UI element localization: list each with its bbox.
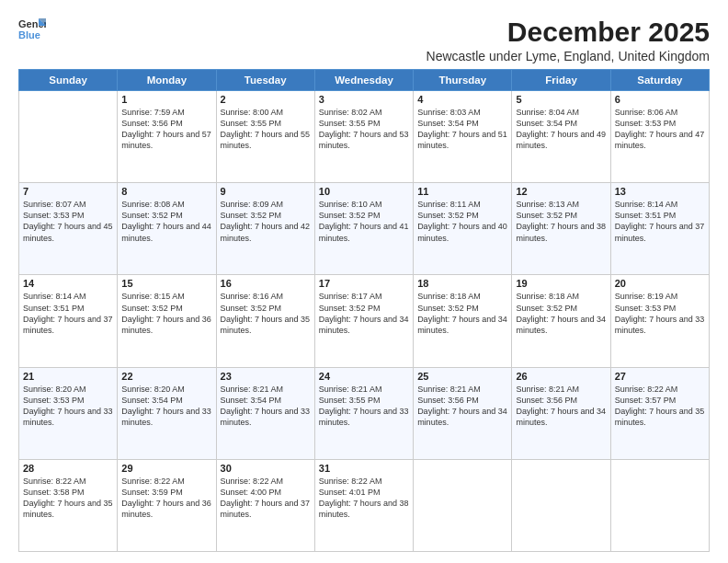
calendar-week-row: 1 Sunrise: 7:59 AM Sunset: 3:56 PM Dayli… xyxy=(19,91,710,183)
daylight-text: Daylight: 7 hours and 34 minutes. xyxy=(516,406,606,428)
daylight-text: Daylight: 7 hours and 33 minutes. xyxy=(23,406,113,428)
sunset-text: Sunset: 3:53 PM xyxy=(615,118,705,129)
daylight-text: Daylight: 7 hours and 33 minutes. xyxy=(121,406,211,428)
sunrise-text: Sunrise: 8:16 AM xyxy=(221,291,311,302)
day-number: 18 xyxy=(417,278,507,289)
cell-info: Sunrise: 8:04 AM Sunset: 3:54 PM Dayligh… xyxy=(516,107,606,152)
day-number: 13 xyxy=(615,186,705,197)
calendar-header-row: Sunday Monday Tuesday Wednesday Thursday… xyxy=(19,70,710,91)
day-number: 11 xyxy=(417,186,507,197)
cell-info: Sunrise: 8:02 AM Sunset: 3:55 PM Dayligh… xyxy=(319,107,409,152)
daylight-text: Daylight: 7 hours and 47 minutes. xyxy=(615,129,705,151)
day-number: 25 xyxy=(417,371,507,382)
calendar-cell: 16 Sunrise: 8:16 AM Sunset: 3:52 PM Dayl… xyxy=(216,275,314,367)
daylight-text: Daylight: 7 hours and 49 minutes. xyxy=(516,129,606,151)
cell-info: Sunrise: 8:15 AM Sunset: 3:52 PM Dayligh… xyxy=(121,291,211,336)
daylight-text: Daylight: 7 hours and 57 minutes. xyxy=(121,129,211,151)
calendar-cell: 13 Sunrise: 8:14 AM Sunset: 3:51 PM Dayl… xyxy=(610,183,709,275)
calendar-cell: 1 Sunrise: 7:59 AM Sunset: 3:56 PM Dayli… xyxy=(118,91,216,183)
calendar-cell: 17 Sunrise: 8:17 AM Sunset: 3:52 PM Dayl… xyxy=(314,275,413,367)
calendar-cell: 26 Sunrise: 8:21 AM Sunset: 3:56 PM Dayl… xyxy=(512,367,610,459)
day-number: 7 xyxy=(23,186,113,197)
day-number: 28 xyxy=(23,463,113,474)
calendar-week-row: 21 Sunrise: 8:20 AM Sunset: 3:53 PM Dayl… xyxy=(19,367,710,459)
daylight-text: Daylight: 7 hours and 55 minutes. xyxy=(221,129,311,151)
cell-info: Sunrise: 8:10 AM Sunset: 3:52 PM Dayligh… xyxy=(319,199,409,244)
sunrise-text: Sunrise: 8:02 AM xyxy=(319,107,409,118)
location-title: Newcastle under Lyme, England, United Ki… xyxy=(427,49,710,63)
calendar-cell xyxy=(512,459,610,551)
daylight-text: Daylight: 7 hours and 33 minutes. xyxy=(319,406,409,428)
day-number: 19 xyxy=(516,278,606,289)
day-number: 6 xyxy=(615,94,705,105)
sunrise-text: Sunrise: 8:00 AM xyxy=(221,107,311,118)
col-saturday: Saturday xyxy=(610,70,709,91)
calendar-cell: 11 Sunrise: 8:11 AM Sunset: 3:52 PM Dayl… xyxy=(414,183,512,275)
day-number: 26 xyxy=(516,371,606,382)
sunrise-text: Sunrise: 8:20 AM xyxy=(121,384,211,395)
daylight-text: Daylight: 7 hours and 34 minutes. xyxy=(516,314,606,336)
cell-info: Sunrise: 8:11 AM Sunset: 3:52 PM Dayligh… xyxy=(417,199,507,244)
calendar-cell: 22 Sunrise: 8:20 AM Sunset: 3:54 PM Dayl… xyxy=(118,367,216,459)
sunrise-text: Sunrise: 8:15 AM xyxy=(121,291,211,302)
cell-info: Sunrise: 8:21 AM Sunset: 3:56 PM Dayligh… xyxy=(516,384,606,429)
daylight-text: Daylight: 7 hours and 42 minutes. xyxy=(221,221,311,243)
cell-info: Sunrise: 8:08 AM Sunset: 3:52 PM Dayligh… xyxy=(121,199,211,244)
sunrise-text: Sunrise: 8:13 AM xyxy=(516,199,606,210)
sunrise-text: Sunrise: 8:18 AM xyxy=(417,291,507,302)
sunset-text: Sunset: 3:54 PM xyxy=(221,395,311,406)
sunset-text: Sunset: 3:52 PM xyxy=(221,303,311,314)
day-number: 2 xyxy=(221,94,311,105)
sunrise-text: Sunrise: 8:18 AM xyxy=(516,291,606,302)
daylight-text: Daylight: 7 hours and 37 minutes. xyxy=(615,221,705,243)
calendar-cell: 12 Sunrise: 8:13 AM Sunset: 3:52 PM Dayl… xyxy=(512,183,610,275)
day-number: 4 xyxy=(417,94,507,105)
cell-info: Sunrise: 8:16 AM Sunset: 3:52 PM Dayligh… xyxy=(221,291,311,336)
cell-info: Sunrise: 8:06 AM Sunset: 3:53 PM Dayligh… xyxy=(615,107,705,152)
sunrise-text: Sunrise: 8:21 AM xyxy=(516,384,606,395)
col-sunday: Sunday xyxy=(19,70,118,91)
day-number: 8 xyxy=(121,186,211,197)
day-number: 29 xyxy=(121,463,211,474)
sunset-text: Sunset: 3:59 PM xyxy=(121,487,211,498)
day-number: 15 xyxy=(121,278,211,289)
sunset-text: Sunset: 3:51 PM xyxy=(615,210,705,221)
cell-info: Sunrise: 8:22 AM Sunset: 3:58 PM Dayligh… xyxy=(23,476,113,521)
cell-info: Sunrise: 8:18 AM Sunset: 3:52 PM Dayligh… xyxy=(417,291,507,336)
calendar-cell: 23 Sunrise: 8:21 AM Sunset: 3:54 PM Dayl… xyxy=(216,367,314,459)
sunset-text: Sunset: 3:56 PM xyxy=(516,395,606,406)
sunset-text: Sunset: 3:53 PM xyxy=(615,303,705,314)
logo: General Blue xyxy=(18,17,46,40)
svg-text:Blue: Blue xyxy=(18,29,40,40)
calendar-cell: 20 Sunrise: 8:19 AM Sunset: 3:53 PM Dayl… xyxy=(610,275,709,367)
calendar-cell: 10 Sunrise: 8:10 AM Sunset: 3:52 PM Dayl… xyxy=(314,183,413,275)
day-number: 16 xyxy=(221,278,311,289)
cell-info: Sunrise: 8:09 AM Sunset: 3:52 PM Dayligh… xyxy=(221,199,311,244)
daylight-text: Daylight: 7 hours and 40 minutes. xyxy=(417,221,507,243)
day-number: 10 xyxy=(319,186,409,197)
daylight-text: Daylight: 7 hours and 36 minutes. xyxy=(121,314,211,336)
sunrise-text: Sunrise: 8:22 AM xyxy=(23,476,113,487)
calendar-cell: 21 Sunrise: 8:20 AM Sunset: 3:53 PM Dayl… xyxy=(19,367,118,459)
day-number: 1 xyxy=(121,94,211,105)
page: General Blue December 2025 Newcastle und… xyxy=(0,0,728,563)
sunset-text: Sunset: 3:56 PM xyxy=(121,118,211,129)
sunrise-text: Sunrise: 8:22 AM xyxy=(615,384,705,395)
cell-info: Sunrise: 8:22 AM Sunset: 4:01 PM Dayligh… xyxy=(319,476,409,521)
sunset-text: Sunset: 3:53 PM xyxy=(23,395,113,406)
daylight-text: Daylight: 7 hours and 51 minutes. xyxy=(417,129,507,151)
sunset-text: Sunset: 4:01 PM xyxy=(319,487,409,498)
calendar-cell: 29 Sunrise: 8:22 AM Sunset: 3:59 PM Dayl… xyxy=(118,459,216,551)
sunset-text: Sunset: 3:55 PM xyxy=(319,118,409,129)
title-block: December 2025 Newcastle under Lyme, Engl… xyxy=(427,17,710,63)
daylight-text: Daylight: 7 hours and 37 minutes. xyxy=(23,314,113,336)
calendar-cell: 3 Sunrise: 8:02 AM Sunset: 3:55 PM Dayli… xyxy=(314,91,413,183)
calendar-cell: 28 Sunrise: 8:22 AM Sunset: 3:58 PM Dayl… xyxy=(19,459,118,551)
daylight-text: Daylight: 7 hours and 41 minutes. xyxy=(319,221,409,243)
sunset-text: Sunset: 3:57 PM xyxy=(615,395,705,406)
cell-info: Sunrise: 8:00 AM Sunset: 3:55 PM Dayligh… xyxy=(221,107,311,152)
sunrise-text: Sunrise: 8:19 AM xyxy=(615,291,705,302)
cell-info: Sunrise: 8:17 AM Sunset: 3:52 PM Dayligh… xyxy=(319,291,409,336)
sunset-text: Sunset: 3:52 PM xyxy=(121,303,211,314)
daylight-text: Daylight: 7 hours and 53 minutes. xyxy=(319,129,409,151)
